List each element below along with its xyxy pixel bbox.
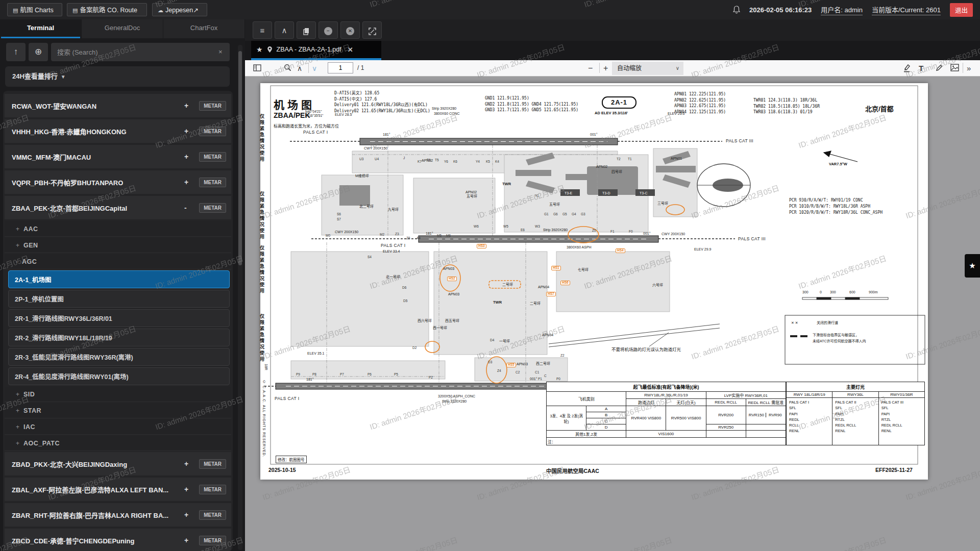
- close-tab-icon[interactable]: ✕: [348, 46, 353, 54]
- collapse-up-button[interactable]: ↑: [6, 43, 26, 61]
- metar-badge[interactable]: METAR: [199, 203, 226, 213]
- expand-icon[interactable]: +: [184, 153, 188, 161]
- tab-generaldoc[interactable]: GeneralDoc: [82, 19, 163, 38]
- fullscreen-button[interactable]: [362, 21, 382, 39]
- expand-icon[interactable]: +: [184, 511, 188, 519]
- sidebar-scrollbar[interactable]: [238, 45, 242, 550]
- circle-close-button[interactable]: ✕: [340, 21, 360, 39]
- text-tool-button[interactable]: T: [919, 64, 923, 73]
- location-pin-icon: [267, 46, 273, 53]
- metar-badge[interactable]: METAR: [199, 127, 226, 136]
- version-link[interactable]: 当前版本/Current: 2601: [872, 5, 941, 15]
- tab-chartfox[interactable]: ChartFox: [163, 19, 245, 38]
- collapse-icon[interactable]: -: [184, 204, 187, 212]
- chart-group-row[interactable]: +SID: [5, 387, 231, 402]
- find-button[interactable]: [284, 64, 291, 73]
- metar-badge[interactable]: METAR: [199, 178, 226, 187]
- diagram-label: P0: [556, 378, 560, 381]
- search-input[interactable]: [51, 43, 230, 61]
- expand-icon: +: [5, 226, 23, 233]
- diagram-label: 关闭的滑行道: [817, 321, 838, 324]
- airport-row[interactable]: ZBCD_CDE-承德-普宁CHENGDEPuning+METAR: [5, 529, 231, 551]
- metar-badge[interactable]: METAR: [199, 485, 226, 494]
- chart-group-row[interactable]: -AGC: [5, 254, 231, 269]
- diagram-label: 181°: [306, 378, 313, 381]
- chart-group-row[interactable]: +IAC: [5, 419, 231, 435]
- nav-charts-button[interactable]: ▤航图 Charts: [7, 3, 62, 16]
- document-tab[interactable]: ★ ZBAA - ZBAA-2A-1.pdf ✕: [251, 41, 381, 58]
- chart-item-label: 2R-2_滑行路线图RWY18L/18R/19: [9, 333, 112, 342]
- airport-row[interactable]: VMMC_MFM-澳门MACAU+METAR: [5, 145, 231, 168]
- diagram-label: HS3: [477, 244, 486, 248]
- pdf-viewport[interactable]: 机场图 ZBAA/PEK N40°04'21"E116°35'51" 标高和跑道…: [245, 77, 980, 551]
- logout-button[interactable]: 退出: [950, 3, 973, 17]
- chart-item[interactable]: 2R-2_滑行路线图RWY18L/18R/19: [8, 329, 230, 346]
- menu-button[interactable]: ≡: [253, 21, 272, 39]
- expand-icon[interactable]: +: [184, 485, 188, 493]
- chart-item[interactable]: 2P-1_停机位置图: [8, 290, 230, 308]
- chevron-up-icon: ∧: [282, 26, 287, 35]
- tab-terminal[interactable]: Terminal: [0, 19, 82, 38]
- expand-icon[interactable]: +: [184, 102, 188, 110]
- favorite-star-icon[interactable]: ★: [256, 45, 263, 54]
- collapse-button[interactable]: ∧: [275, 21, 294, 39]
- diagram-label: 五号坪: [549, 203, 560, 206]
- scrollbar-thumb[interactable]: [238, 51, 242, 265]
- clear-search-icon[interactable]: ×: [218, 48, 223, 56]
- diagram-label: M5: [437, 234, 442, 238]
- expand-icon[interactable]: +: [184, 536, 188, 544]
- chart-item[interactable]: 2R-1_滑行路线图RWY36L/36R/01: [8, 309, 230, 327]
- chart-group-row[interactable]: +GEN: [5, 238, 231, 253]
- diagram-label: Z0: [592, 229, 596, 233]
- nav-jeppesen-button[interactable]: ☁Jeppesen↗: [152, 3, 207, 16]
- airport-label: VQPR_PBH-不丹帕罗BHUTANPARO: [5, 178, 123, 187]
- airport-row[interactable]: ZBAD_PKX-北京-大兴BEIJINGDaxing+METAR: [5, 452, 231, 475]
- chart-group-row[interactable]: +STAR: [5, 403, 231, 418]
- expand-icon[interactable]: +: [184, 460, 188, 468]
- airport-row[interactable]: ZBAA_PEK-北京-首都BEIJINGCapital-METAR: [5, 196, 231, 219]
- metar-badge[interactable]: METAR: [199, 101, 226, 111]
- metar-badge[interactable]: METAR: [199, 536, 226, 545]
- circle-minus-button[interactable]: −: [318, 21, 338, 39]
- previous-page-button[interactable]: ∧: [297, 64, 302, 73]
- diagram-label: P2: [429, 376, 433, 380]
- zoom-out-button[interactable]: −: [588, 64, 593, 73]
- airport-row[interactable]: ZBAR_RHT-阿拉善右旗-巴丹吉林ALXA RIGHT BA...+META…: [5, 503, 231, 527]
- toggle-sidebar-button[interactable]: [253, 64, 261, 74]
- chart-item[interactable]: 2R-3_低能见度滑行路线图RWY36R(离港): [8, 348, 230, 366]
- chart-group-row[interactable]: +AOC_PATC: [5, 436, 231, 451]
- chart-item[interactable]: 2R-4_低能见度滑行路线图RWY01(离场): [8, 367, 230, 385]
- diagram-label: 3200X50 ASPH_CONC: [438, 394, 475, 398]
- draw-tool-button[interactable]: [935, 64, 943, 74]
- next-page-button[interactable]: ∨: [312, 64, 317, 73]
- metar-badge[interactable]: METAR: [199, 510, 226, 520]
- metar-badge[interactable]: METAR: [199, 459, 226, 469]
- airport-row[interactable]: ZBAL_AXF-阿拉善左旗-巴彦浩特ALXA LEFT BAN...+META…: [5, 478, 231, 501]
- favorites-panel-handle[interactable]: ★: [965, 254, 980, 278]
- airport-row[interactable]: VHHH_HKG-香港-赤鱲角HONGKONG+METAR: [5, 119, 231, 143]
- ranking-header[interactable]: 24H查看量排行▼: [5, 66, 230, 87]
- pdf-page-airport-chart: 机场图 ZBAA/PEK N40°04'21"E116°35'51" 标高和跑道…: [260, 83, 928, 480]
- expand-icon[interactable]: +: [184, 127, 188, 135]
- expand-icon[interactable]: +: [184, 178, 188, 186]
- username-link[interactable]: 用户名: admin: [821, 5, 863, 15]
- expand-icon: +: [5, 391, 23, 398]
- image-tool-button[interactable]: [950, 64, 959, 73]
- chart-item[interactable]: 2A-1_机场图: [8, 270, 230, 288]
- pages-button[interactable]: [297, 21, 316, 39]
- page-number-input[interactable]: [328, 62, 353, 73]
- diagram-label: Z6: [406, 237, 410, 240]
- airport-row[interactable]: VQPR_PBH-不丹帕罗BHUTANPARO+METAR: [5, 170, 231, 194]
- metar-badge[interactable]: METAR: [199, 152, 226, 162]
- nav-co-route-button[interactable]: ▤备案航路 CO. Route: [67, 3, 147, 16]
- airport-row[interactable]: RCWA_WOT-望安WANGAN+METAR: [5, 94, 231, 117]
- locate-button[interactable]: ⊕: [29, 43, 48, 61]
- diagram-label: HS1: [551, 266, 561, 270]
- chart-group-row[interactable]: +AAC: [5, 221, 231, 237]
- zoom-mode-select[interactable]: 自动缩放∨: [612, 62, 683, 75]
- notification-bell-icon[interactable]: [733, 6, 740, 14]
- highlight-tool-button[interactable]: [903, 64, 911, 74]
- diagram-label: Y1: [535, 194, 539, 198]
- more-tools-button[interactable]: »: [967, 64, 971, 73]
- zoom-in-button[interactable]: +: [603, 64, 608, 73]
